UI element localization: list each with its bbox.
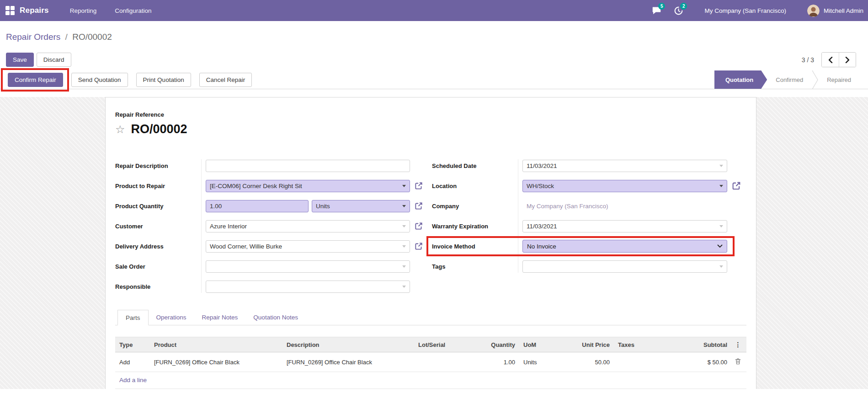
cell-unit-price[interactable]: 50.00 (564, 352, 614, 372)
pager-next-button[interactable] (839, 53, 856, 67)
print-quotation-button[interactable]: Print Quotation (136, 73, 191, 87)
warranty-expiration-label: Warranty Expiration (432, 223, 522, 230)
col-uom[interactable]: UoM (519, 337, 564, 352)
cell-subtotal: $ 50.00 (641, 352, 731, 372)
cell-type[interactable]: Add (115, 352, 150, 372)
company-row: Company My Company (San Francisco) (432, 200, 743, 212)
delivery-address-input[interactable] (210, 243, 406, 250)
sale-order-input[interactable] (210, 263, 406, 270)
dropdown-caret-icon[interactable] (402, 225, 406, 227)
repair-reference-value: RO/00002 (131, 122, 187, 136)
top-navbar: Repairs Reporting Configuration 5 2 My C… (0, 0, 868, 21)
company-switcher[interactable]: My Company (San Francisco) (704, 7, 786, 14)
dropdown-caret-icon[interactable] (402, 286, 406, 288)
pager-buttons (821, 52, 856, 67)
uom-external-link-icon[interactable] (414, 201, 423, 211)
state-confirmed[interactable]: Confirmed (767, 70, 812, 89)
chevron-right-icon (845, 57, 850, 63)
cell-product[interactable]: [FURN_0269] Office Chair Black (150, 352, 282, 372)
state-quotation[interactable]: Quotation (714, 70, 767, 89)
col-quantity[interactable]: Quantity (468, 337, 519, 352)
repair-description-input[interactable] (210, 162, 406, 169)
form-right-column: Scheduled Date Location (432, 159, 743, 273)
cell-taxes[interactable] (614, 352, 641, 372)
cell-description[interactable]: [FURN_0269] Office Chair Black (282, 352, 414, 372)
navbar-menu: Reporting Configuration (70, 7, 152, 14)
parts-table: Type Product Description Lot/Serial Quan… (115, 337, 746, 389)
invoice-method-select[interactable]: No Invoice (522, 240, 727, 253)
apps-grid-icon[interactable] (5, 6, 15, 15)
sale-order-field (206, 260, 410, 273)
location-external-link-icon[interactable] (731, 181, 741, 191)
cancel-repair-button[interactable]: Cancel Repair (199, 73, 252, 87)
title-row: ☆ RO/00002 (115, 122, 746, 136)
pager-previous-button[interactable] (822, 53, 839, 67)
dropdown-caret-icon[interactable] (719, 165, 723, 167)
tab-quotation-notes[interactable]: Quotation Notes (245, 310, 306, 325)
tags-field (522, 260, 727, 273)
tab-repair-notes[interactable]: Repair Notes (194, 310, 246, 325)
col-type[interactable]: Type (115, 337, 150, 352)
avatar[interactable] (807, 5, 820, 17)
col-product[interactable]: Product (150, 337, 282, 352)
scheduled-date-input[interactable] (527, 162, 723, 169)
save-button[interactable]: Save (6, 53, 34, 67)
dropdown-caret-icon[interactable] (719, 265, 723, 268)
product-to-repair-input[interactable] (210, 183, 406, 189)
breadcrumb-repair-orders[interactable]: Repair Orders (6, 32, 60, 42)
col-description[interactable]: Description (282, 337, 414, 352)
company-label: Company (432, 203, 522, 210)
cell-quantity[interactable]: 1.00 (468, 352, 519, 372)
scheduled-date-row: Scheduled Date (432, 159, 743, 172)
messages-badge: 5 (658, 3, 665, 10)
col-unit-price[interactable]: Unit Price (564, 337, 614, 352)
warranty-expiration-field (522, 220, 727, 232)
dropdown-caret-icon[interactable] (402, 245, 406, 248)
dropdown-caret-icon[interactable] (719, 185, 723, 187)
delete-row-trash-icon[interactable] (735, 359, 741, 366)
responsible-field (206, 281, 410, 293)
tab-operations[interactable]: Operations (149, 310, 194, 325)
product-to-repair-external-link-icon[interactable] (414, 181, 423, 190)
navbar-systray: 5 2 My Company (San Francisco) Mitchell … (650, 5, 863, 17)
invoice-method-value: No Invoice (527, 243, 556, 250)
select-chevron-down-icon (717, 244, 723, 248)
tab-parts[interactable]: Parts (117, 310, 149, 325)
activities-icon[interactable]: 2 (672, 5, 684, 16)
col-subtotal[interactable]: Subtotal (641, 337, 731, 352)
uom-input[interactable] (316, 203, 406, 210)
user-menu[interactable]: Mitchell Admin (824, 7, 863, 14)
dropdown-caret-icon[interactable] (402, 205, 406, 207)
dropdown-caret-icon[interactable] (719, 225, 723, 227)
dropdown-caret-icon[interactable] (402, 265, 406, 268)
messages-icon[interactable]: 5 (650, 5, 662, 16)
warranty-expiration-input[interactable] (527, 223, 723, 230)
scheduled-date-label: Scheduled Date (432, 162, 522, 169)
location-input[interactable] (527, 183, 723, 189)
col-taxes[interactable]: Taxes (614, 337, 641, 352)
location-row: Location (432, 179, 743, 192)
responsible-input[interactable] (210, 283, 406, 290)
customer-input[interactable] (210, 223, 406, 230)
state-repaired[interactable]: Repaired (818, 70, 860, 89)
cell-lot-serial[interactable] (414, 352, 468, 372)
dropdown-caret-icon[interactable] (402, 185, 406, 187)
app-name[interactable]: Repairs (20, 6, 49, 15)
cell-uom[interactable]: Units (519, 352, 564, 372)
col-lot-serial[interactable]: Lot/Serial (414, 337, 468, 352)
menu-reporting[interactable]: Reporting (70, 7, 97, 14)
delivery-address-external-link-icon[interactable] (414, 242, 423, 251)
favorite-star-icon[interactable]: ☆ (115, 124, 125, 135)
send-quotation-button[interactable]: Send Quotation (71, 73, 128, 87)
customer-external-link-icon[interactable] (414, 221, 423, 231)
pager: 3 / 3 (802, 52, 856, 67)
discard-button[interactable]: Discard (37, 53, 71, 67)
tags-input[interactable] (527, 263, 723, 270)
product-quantity-input[interactable] (210, 203, 304, 210)
add-a-line-link[interactable]: Add a line (115, 372, 746, 389)
confirm-repair-button[interactable]: Confirm Repair (8, 73, 63, 87)
table-row[interactable]: Add [FURN_0269] Office Chair Black [FURN… (115, 352, 746, 372)
menu-configuration[interactable]: Configuration (115, 7, 151, 14)
table-options-kebab-icon[interactable]: ⋮ (735, 341, 741, 348)
scheduled-date-field (522, 160, 727, 172)
